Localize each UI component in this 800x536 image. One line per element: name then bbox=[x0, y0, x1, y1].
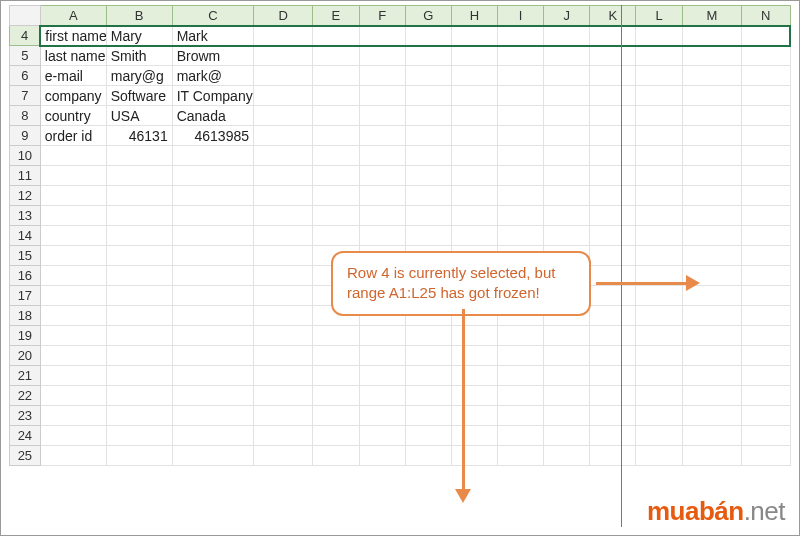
cell-C22[interactable] bbox=[172, 386, 253, 406]
cell-J4[interactable] bbox=[544, 26, 590, 46]
cell-G19[interactable] bbox=[405, 326, 451, 346]
col-header-H[interactable]: H bbox=[451, 6, 497, 26]
cell-F20[interactable] bbox=[359, 346, 405, 366]
cell-M7[interactable] bbox=[682, 86, 741, 106]
cell-M8[interactable] bbox=[682, 106, 741, 126]
cell-L19[interactable] bbox=[636, 326, 682, 346]
cell-B20[interactable] bbox=[106, 346, 172, 366]
cell-N18[interactable] bbox=[741, 306, 790, 326]
cell-I21[interactable] bbox=[498, 366, 544, 386]
cell-C19[interactable] bbox=[172, 326, 253, 346]
cell-D9[interactable] bbox=[254, 126, 313, 146]
row-header-19[interactable]: 19 bbox=[10, 326, 41, 346]
cell-A24[interactable] bbox=[40, 426, 106, 446]
cell-K17[interactable] bbox=[590, 286, 636, 306]
cell-C18[interactable] bbox=[172, 306, 253, 326]
cell-F13[interactable] bbox=[359, 206, 405, 226]
col-header-B[interactable]: B bbox=[106, 6, 172, 26]
cell-J12[interactable] bbox=[544, 186, 590, 206]
cell-N7[interactable] bbox=[741, 86, 790, 106]
cell-M19[interactable] bbox=[682, 326, 741, 346]
cell-D16[interactable] bbox=[254, 266, 313, 286]
row-header-16[interactable]: 16 bbox=[10, 266, 41, 286]
cell-G11[interactable] bbox=[405, 166, 451, 186]
cell-A10[interactable] bbox=[40, 146, 106, 166]
row-header-5[interactable]: 5 bbox=[10, 46, 41, 66]
cell-D13[interactable] bbox=[254, 206, 313, 226]
cell-J5[interactable] bbox=[544, 46, 590, 66]
cell-N16[interactable] bbox=[741, 266, 790, 286]
cell-M20[interactable] bbox=[682, 346, 741, 366]
cell-L24[interactable] bbox=[636, 426, 682, 446]
cell-K15[interactable] bbox=[590, 246, 636, 266]
cell-B6[interactable]: mary@g bbox=[106, 66, 172, 86]
cell-G12[interactable] bbox=[405, 186, 451, 206]
cell-E9[interactable] bbox=[313, 126, 359, 146]
cell-N5[interactable] bbox=[741, 46, 790, 66]
cell-I6[interactable] bbox=[498, 66, 544, 86]
cell-M21[interactable] bbox=[682, 366, 741, 386]
cell-B7[interactable]: Software bbox=[106, 86, 172, 106]
cell-K21[interactable] bbox=[590, 366, 636, 386]
cell-B16[interactable] bbox=[106, 266, 172, 286]
cell-J8[interactable] bbox=[544, 106, 590, 126]
cell-M12[interactable] bbox=[682, 186, 741, 206]
cell-J7[interactable] bbox=[544, 86, 590, 106]
cell-L14[interactable] bbox=[636, 226, 682, 246]
cell-D18[interactable] bbox=[254, 306, 313, 326]
cell-I8[interactable] bbox=[498, 106, 544, 126]
cell-M10[interactable] bbox=[682, 146, 741, 166]
cell-H7[interactable] bbox=[451, 86, 497, 106]
cell-I24[interactable] bbox=[498, 426, 544, 446]
cell-L10[interactable] bbox=[636, 146, 682, 166]
cell-E8[interactable] bbox=[313, 106, 359, 126]
cell-B4[interactable]: Mary bbox=[106, 26, 172, 46]
cell-E10[interactable] bbox=[313, 146, 359, 166]
cell-A6[interactable]: e-mail bbox=[40, 66, 106, 86]
cell-J22[interactable] bbox=[544, 386, 590, 406]
cell-K18[interactable] bbox=[590, 306, 636, 326]
cell-D15[interactable] bbox=[254, 246, 313, 266]
cell-M9[interactable] bbox=[682, 126, 741, 146]
cell-G21[interactable] bbox=[405, 366, 451, 386]
cell-N15[interactable] bbox=[741, 246, 790, 266]
cell-E7[interactable] bbox=[313, 86, 359, 106]
row-header-20[interactable]: 20 bbox=[10, 346, 41, 366]
cell-D19[interactable] bbox=[254, 326, 313, 346]
row-header-7[interactable]: 7 bbox=[10, 86, 41, 106]
cell-N20[interactable] bbox=[741, 346, 790, 366]
cell-M13[interactable] bbox=[682, 206, 741, 226]
cell-E12[interactable] bbox=[313, 186, 359, 206]
cell-C5[interactable]: Browm bbox=[172, 46, 253, 66]
cell-I19[interactable] bbox=[498, 326, 544, 346]
cell-I13[interactable] bbox=[498, 206, 544, 226]
cell-C9[interactable]: 4613985 bbox=[172, 126, 253, 146]
cell-A13[interactable] bbox=[40, 206, 106, 226]
cell-L9[interactable] bbox=[636, 126, 682, 146]
cell-K14[interactable] bbox=[590, 226, 636, 246]
col-header-G[interactable]: G bbox=[405, 6, 451, 26]
row-header-25[interactable]: 25 bbox=[10, 446, 41, 466]
select-all-corner[interactable] bbox=[10, 6, 41, 26]
cell-B19[interactable] bbox=[106, 326, 172, 346]
cell-D24[interactable] bbox=[254, 426, 313, 446]
cell-A12[interactable] bbox=[40, 186, 106, 206]
cell-I5[interactable] bbox=[498, 46, 544, 66]
cell-C24[interactable] bbox=[172, 426, 253, 446]
col-header-N[interactable]: N bbox=[741, 6, 790, 26]
cell-C21[interactable] bbox=[172, 366, 253, 386]
cell-K8[interactable] bbox=[590, 106, 636, 126]
cell-F14[interactable] bbox=[359, 226, 405, 246]
cell-L5[interactable] bbox=[636, 46, 682, 66]
row-header-23[interactable]: 23 bbox=[10, 406, 41, 426]
cell-B5[interactable]: Smith bbox=[106, 46, 172, 66]
cell-B18[interactable] bbox=[106, 306, 172, 326]
cell-C23[interactable] bbox=[172, 406, 253, 426]
cell-C25[interactable] bbox=[172, 446, 253, 466]
cell-D11[interactable] bbox=[254, 166, 313, 186]
cell-H14[interactable] bbox=[451, 226, 497, 246]
cell-G10[interactable] bbox=[405, 146, 451, 166]
cell-M6[interactable] bbox=[682, 66, 741, 86]
cell-C17[interactable] bbox=[172, 286, 253, 306]
cell-A20[interactable] bbox=[40, 346, 106, 366]
